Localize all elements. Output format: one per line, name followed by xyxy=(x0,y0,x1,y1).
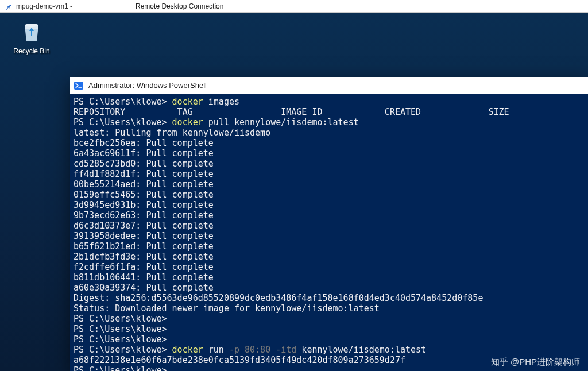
powershell-icon xyxy=(74,80,84,91)
rdp-app-title: Remote Desktop Connection xyxy=(136,2,223,10)
pushpin-icon[interactable] xyxy=(5,2,13,10)
rdp-host: mpug-demo-vm1 - xyxy=(16,2,72,10)
powershell-window[interactable]: Administrator: Windows PowerShell PS C:\… xyxy=(70,77,588,371)
desktop[interactable]: Recycle Bin Administrator: Windows Power… xyxy=(0,13,588,371)
powershell-terminal[interactable]: PS C:\Users\klowe> docker images REPOSIT… xyxy=(70,94,588,371)
trash-icon xyxy=(18,17,45,45)
powershell-title: Administrator: Windows PowerShell xyxy=(88,81,207,90)
recycle-bin-label: Recycle Bin xyxy=(6,47,57,55)
rdp-title-bar: mpug-demo-vm1 - Remote Desktop Connectio… xyxy=(0,0,588,13)
recycle-bin-icon[interactable]: Recycle Bin xyxy=(6,17,57,55)
svg-point-0 xyxy=(25,24,38,27)
powershell-titlebar[interactable]: Administrator: Windows PowerShell xyxy=(70,77,588,94)
